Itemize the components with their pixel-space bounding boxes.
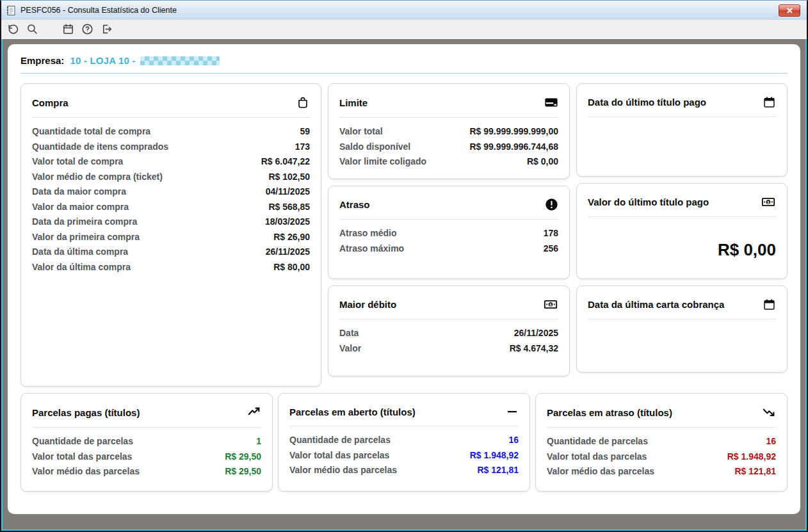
stat-value: 178 [544,226,558,241]
stat-label: Valor limite coligado [339,154,426,170]
stat-label: Valor da maior compra [32,200,129,215]
stat-label: Quantidade total de compra [32,124,150,140]
stat-row: Quantidade de itens comprados173 [32,140,310,155]
exclamation-circle-icon [545,198,558,211]
top-card-grid: Compra Quantidade total de compra59Quant… [20,83,788,387]
stat-label: Atraso médio [339,226,396,241]
card-title: Data da última carta cobrança [588,299,724,310]
stat-row: Quantidade total de compra59 [32,124,310,140]
stat-row: Quantidade de parcelas16 [547,434,776,449]
titlebar: PESFC056 - Consulta Estatística do Clien… [1,1,807,20]
stat-row: Data26/11/2025 [339,326,558,341]
stat-value: 1 [256,434,261,449]
stat-label: Quantidade de parcelas [547,434,648,449]
compra-card: Compra Quantidade total de compra59Quant… [20,83,321,387]
divider [588,117,776,117]
close-button[interactable] [779,4,800,17]
calendar-icon [763,95,776,109]
stat-value: R$ 0,00 [527,154,558,170]
maior-debito-rows: Data26/11/2025ValorR$ 4.674,32 [339,326,558,356]
stat-value: R$ 121,81 [734,464,776,480]
stat-value: 26/11/2025 [266,245,310,260]
stat-value: 59 [300,124,310,140]
stat-label: Valor médio das parcelas [547,464,654,480]
divider [32,117,310,118]
document-icon [6,5,17,16]
stat-value: 173 [295,140,310,155]
stat-value: R$ 568,85 [268,200,310,215]
undo-icon[interactable] [4,21,21,38]
stat-label: Data da última compra [32,245,128,260]
main-area: Empresa: 10 - LOJA 10 - Compra [1,39,807,531]
parcelas-em-aberto-card: Parcelas em aberto (títulos) Quantidade … [278,393,530,492]
stat-value: R$ 99.999.999.999,00 [469,124,558,140]
divider [289,426,519,426]
stat-value: 04/11/2025 [266,184,310,200]
stat-row: Quantidade de parcelas16 [289,433,519,448]
card-title: Atraso [339,199,370,210]
trend-up-icon [247,405,261,419]
stat-label: Valor total das parcelas [547,449,647,465]
dash-icon [506,405,519,418]
header-divider [20,73,788,74]
stat-value: R$ 80,00 [273,260,310,275]
stat-label: Valor total [339,124,383,140]
search-icon[interactable] [24,21,40,38]
help-icon[interactable] [79,21,95,38]
divider [588,216,776,217]
card-title: Limite [339,97,368,108]
empresa-header: Empresa: 10 - LOJA 10 - [20,55,788,66]
card-title: Data do último título pago [588,97,706,108]
parcelas-em-atraso-card: Parcelas em atraso (títulos) Quantidade … [535,393,788,492]
stat-value: R$ 1.948,92 [727,449,776,465]
stat-label: Atraso máximo [339,241,404,257]
svg-text:$: $ [549,302,552,307]
stat-value: R$ 29,50 [225,464,261,480]
stat-value: R$ 99.999.996.744,68 [469,140,558,155]
stat-label: Data da maior compra [32,184,126,200]
stat-row: ValorR$ 4.674,32 [339,341,558,357]
stat-row: Saldo disponívelR$ 99.999.996.744,68 [339,140,558,155]
toolbar [1,20,807,39]
empresa-label: Empresa: [20,55,64,66]
stat-value: 18/03/2025 [265,214,310,230]
card-title: Maior débito [339,299,396,310]
atraso-rows: Atraso médio178Atraso máximo256 [339,226,558,256]
card-title: Parcelas em atraso (títulos) [547,407,672,418]
credit-card-icon [544,95,558,109]
shopping-bag-icon [296,95,310,109]
stat-label: Valor total das parcelas [32,449,132,465]
app-window: PESFC056 - Consulta Estatística do Clien… [0,0,808,532]
cash-icon: $ [761,195,776,209]
limite-rows: Valor totalR$ 99.999.999.999,00Saldo dis… [339,124,558,170]
svg-text:$: $ [767,200,770,204]
divider [339,319,558,319]
stat-label: Quantidade de parcelas [32,434,133,449]
exit-icon[interactable] [98,21,115,38]
card-title: Parcelas em aberto (títulos) [289,407,416,417]
stat-label: Data [339,326,359,341]
cash-icon: $ [543,298,558,311]
stat-value: R$ 4.674,32 [510,341,558,357]
ultimo-titulo-pago-value: R$ 0,00 [588,240,776,260]
stat-row: Valor médio de compra (ticket)R$ 102,50 [32,170,310,185]
empresa-value: 10 - LOJA 10 - [70,55,135,66]
stat-row: Valor totalR$ 99.999.999.999,00 [339,124,558,140]
calendar-icon [763,298,776,311]
stat-value: R$ 6.047,22 [261,154,310,170]
stat-label: Valor [339,341,361,357]
stat-value: 26/11/2025 [514,326,558,341]
stat-label: Valor médio das parcelas [32,464,140,480]
stat-row: Valor limite coligadoR$ 0,00 [339,154,558,170]
stat-row: Quantidade de parcelas1 [32,434,261,449]
stat-value: 16 [508,433,519,448]
stat-label: Valor médio das parcelas [289,463,397,478]
data-ultima-carta-cobranca-card: Data da última carta cobrança [576,286,788,373]
stat-row: Data da primeira compra18/03/2025 [32,214,310,230]
calendar-icon[interactable] [60,21,76,38]
maior-debito-card: Maior débito $ [328,286,570,376]
trend-down-icon [762,405,776,419]
stat-row: Atraso médio178 [339,226,558,241]
divider [32,427,261,428]
divider [339,117,558,118]
